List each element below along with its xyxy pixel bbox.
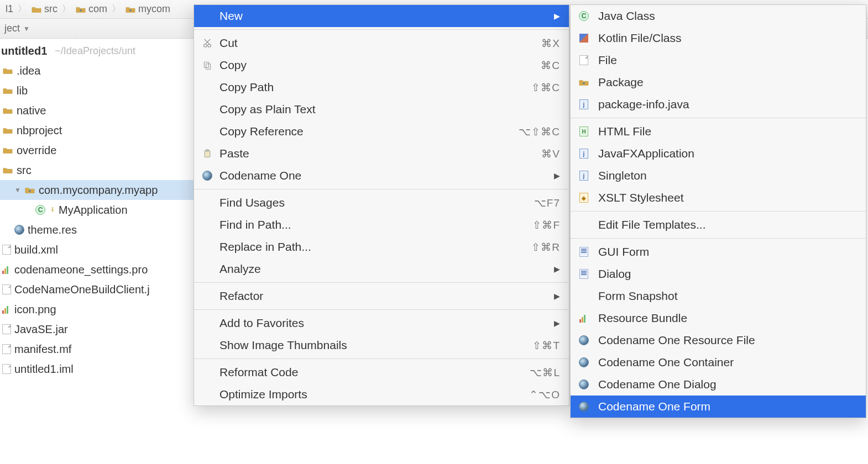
crumb-src[interactable]: src [28,3,61,15]
menu-label: Add to Favorites [219,317,537,330]
dropdown-icon[interactable]: ▼ [23,25,30,33]
tree-item-lib[interactable]: lib [0,81,194,101]
menu-item-replace-in-path[interactable]: Replace in Path... ⇧⌘R [194,236,569,258]
menu-shortcut: ⇧⌘C [531,81,560,94]
submenu-item-kotlin[interactable]: Kotlin File/Class [571,27,866,49]
menu-shortcut: ⌥F7 [534,197,560,209]
bundle-icon [577,314,590,323]
submenu-item-file[interactable]: File [571,49,866,71]
menu-label: Kotlin File/Class [598,31,857,45]
manifest-icon [2,344,11,354]
menu-label: XSLT Stylesheet [598,191,857,204]
submenu-item-java-class[interactable]: C Java Class [571,5,866,27]
tree-item-nbproject[interactable]: nbproject [0,120,194,140]
menu-label: File [598,54,857,67]
crumb-label: l1 [6,3,13,15]
submenu-item-cn1-container[interactable]: Codename One Container [571,351,866,373]
submenu-item-package[interactable]: Package [571,71,866,93]
menu-separator [194,282,569,283]
menu-item-paste[interactable]: Paste ⌘V [194,143,569,165]
submenu-item-package-info[interactable]: j package-info.java [571,93,866,115]
menu-label: Codename One [219,169,537,182]
view-selector[interactable]: ject [4,23,20,34]
menu-item-find-usages[interactable]: Find Usages ⌥F7 [194,192,569,214]
tree-item-icon[interactable]: icon.png [0,299,194,319]
tree-item-native[interactable]: native [0,101,194,120]
tree-item-iml[interactable]: untitled1.iml [0,359,194,379]
menu-item-add-favorites[interactable]: Add to Favorites ▶ [194,312,569,334]
menu-item-optimize-imports[interactable]: Optimize Imports ⌃⌥O [194,383,569,405]
tree-label: icon.png [14,303,56,316]
chevron-right-icon: 〉 [112,3,121,15]
submenu-item-cn1-dialog[interactable]: Codename One Dialog [571,373,866,396]
form-icon [577,247,590,257]
tree-item-build[interactable]: build.xml [0,240,194,260]
context-menu: New ▶ Cut ⌘X Copy ⌘C Copy Path ⇧⌘C Copy … [194,4,569,406]
crumb-mycom[interactable]: mycom [122,3,174,15]
menu-item-find-in-path[interactable]: Find in Path... ⇧⌘F [194,214,569,236]
project-name: untitled1 [1,45,47,57]
project-root[interactable]: untitled1 ~/IdeaProjects/unt [0,41,194,61]
scissors-icon [201,38,214,48]
tree-item-idea[interactable]: .idea [0,61,194,81]
tree-label: nbproject [17,124,62,137]
submenu-item-cn1-form[interactable]: Codename One Form [571,396,866,418]
menu-item-copy-reference[interactable]: Copy Reference ⌥⇧⌘C [194,120,569,143]
tree-item-settings[interactable]: codenameone_settings.pro [0,260,194,280]
tree-label: .idea [17,65,40,77]
menu-label: Replace in Path... [219,240,509,254]
java-file-icon: j [577,171,590,181]
tree-label: CodeNameOneBuildClient.j [14,283,150,296]
menu-separator [571,238,866,239]
svg-point-2 [29,190,31,192]
menu-label: Paste [219,147,519,160]
menu-item-reformat[interactable]: Reformat Code ⌥⌘L [194,361,569,383]
tree-item-client[interactable]: CodeNameOneBuildClient.j [0,280,194,299]
svg-rect-8 [206,150,209,151]
menu-item-new[interactable]: New ▶ [194,5,569,27]
submenu-item-cn1-resource[interactable]: Codename One Resource File [571,329,866,351]
crumb-com[interactable]: com [72,3,111,15]
tree-item-theme[interactable]: theme.res [0,220,194,240]
submenu-item-xslt[interactable]: ◈ XSLT Stylesheet [571,187,866,209]
tree-item-myapplication[interactable]: C ⤉ MyApplication [0,200,194,220]
submenu-item-html[interactable]: H HTML File [571,120,866,143]
folder-icon [31,4,42,15]
menu-item-copy-plain[interactable]: Copy as Plain Text [194,98,569,120]
menu-item-refactor[interactable]: Refactor ▶ [194,285,569,307]
menu-label: GUI Form [598,245,857,259]
tree-label: native [17,104,46,117]
submenu-item-resource-bundle[interactable]: Resource Bundle [571,307,866,329]
folder-icon [2,85,13,96]
class-icon: C [35,205,45,215]
menu-label: Find Usages [219,196,512,209]
tree-label: untitled1.iml [14,363,74,376]
submenu-item-dialog[interactable]: Dialog [571,263,866,285]
tree-item-manifest[interactable]: manifest.mf [0,339,194,359]
submenu-item-edit-templates[interactable]: Edit File Templates... [571,214,866,236]
submenu-item-snapshot[interactable]: Form Snapshot [571,285,866,307]
menu-item-copy-path[interactable]: Copy Path ⇧⌘C [194,76,569,98]
tree-item-javase[interactable]: JavaSE.jar [0,319,194,339]
submenu-item-singleton[interactable]: j Singleton [571,165,866,187]
submenu-item-javafx[interactable]: j JavaFXApplication [571,143,866,165]
submenu-item-gui-form[interactable]: GUI Form [571,241,866,263]
menu-item-cut[interactable]: Cut ⌘X [194,32,569,54]
menu-label: Dialog [598,267,857,281]
tree-item-override[interactable]: override [0,140,194,160]
tree-item-src[interactable]: src [0,160,194,180]
menu-item-codenameone[interactable]: Codename One ▶ [194,165,569,187]
expand-arrow-icon[interactable]: ▼ [14,186,21,194]
jar-icon [2,284,11,294]
submenu-arrow-icon: ▶ [554,265,560,273]
menu-item-show-thumbnails[interactable]: Show Image Thumbnails ⇧⌘T [194,334,569,356]
crumb-root[interactable]: l1 [2,3,17,15]
menu-separator [194,29,569,30]
tree-item-package[interactable]: ▼ com.mycompany.myapp [0,180,194,200]
menu-item-copy[interactable]: Copy ⌘C [194,54,569,76]
menu-item-analyze[interactable]: Analyze ▶ [194,258,569,280]
tree-label: src [17,164,32,177]
copy-icon [201,60,214,70]
iml-icon [2,364,11,374]
project-tree: untitled1 ~/IdeaProjects/unt .idea lib n… [0,39,194,464]
